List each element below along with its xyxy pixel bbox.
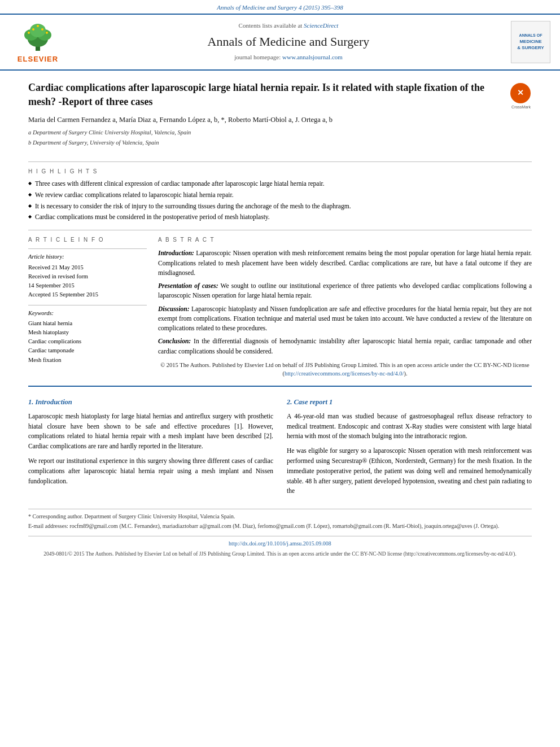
page-wrapper: Annals of Medicine and Surgery 4 (2015) … [0,0,560,747]
article-info: A R T I C L E I N F O Article history: R… [28,236,147,378]
main-content: Cardiac complications after laparoscopic… [0,71,560,569]
sciencedirect-link[interactable]: ScienceDirect [304,22,338,29]
doi-line[interactable]: http://dx.doi.org/10.1016/j.amsu.2015.09… [28,540,532,548]
authors-line: Maria del Carmen Fernandez a, María Diaz… [28,115,502,125]
journal-logo-box: ANNALS OF MEDICINE & SURGERY [511,21,550,63]
body-col-left: 1. Introduction Laparoscopic mesh hiatop… [28,395,273,501]
article-title: Cardiac complications after laparoscopic… [28,81,502,109]
received-date: Received 21 May 2015 [28,263,147,272]
body-col-right: 2. Case report 1 A 46-year-old man was s… [287,395,532,501]
section1-para2: We report our institutional experience i… [28,456,273,486]
abstract-text: Introduction: Laparoscopic Nissen operat… [158,248,532,356]
journal-center-info: Contents lists available at ScienceDirec… [75,21,502,62]
svg-point-7 [41,28,43,30]
abstract-section: A B S T R A C T Introduction: Laparoscop… [158,236,532,378]
history-title: Article history: [28,252,147,261]
keyword-3: Cardiac complications [28,337,147,346]
svg-point-6 [32,28,34,30]
keywords-title: Keywords: [28,309,147,317]
email-header: E-mail addresses: [28,523,68,529]
highlight-item-1: Three cases with different clinical expr… [28,179,532,189]
email-header-line: E-mail addresses: rocfm89@gmail.com (M.C… [28,522,532,531]
intro-label: Introduction: [158,250,194,256]
info-abstract-cols: A R T I C L E I N F O Article history: R… [28,236,532,378]
received-revised-label: Received in revised form [28,272,147,281]
article-info-label: A R T I C L E I N F O [28,236,147,244]
section2-para2: He was eligible for surgery so a laparos… [287,446,532,496]
issn-line: 2049-0801/© 2015 The Authors. Published … [28,551,532,558]
svg-point-8 [46,32,48,34]
copyright-end: ). [404,370,407,377]
abstract-presentation: Presentation of cases: We sought to outl… [158,281,532,301]
keyword-2: Mesh hiatoplasty [28,328,147,337]
keyword-4: Cardiac tamponade [28,346,147,355]
elsevier-tree-icon [15,19,60,53]
cc-license-link[interactable]: http://creativecommons.org/licenses/by-n… [285,370,404,377]
logo-top-text: ANNALS OF [519,33,542,38]
svg-point-5 [28,32,30,34]
discussion-label: Discussion: [158,305,190,312]
highlights-label: H I G H L I G H T S [28,168,532,176]
elsevier-brand: ELSEVIER [18,54,58,65]
section2-para1: A 46-year-old man was studied because of… [287,412,532,442]
abstract-discussion: Discussion: Laparoscopic hiatoplasty and… [158,304,532,334]
authors: Maria del Carmen Fernandez a, María Diaz… [28,116,333,124]
conclusion-text: In the differential diagnosis of hemodyn… [158,338,532,354]
journal-logo: ANNALS OF MEDICINE & SURGERY [508,21,553,63]
highlight-item-2: We review cardiac complications related … [28,190,532,200]
journal-header: ELSEVIER Contents lists available at Sci… [0,14,560,71]
accepted-date: Accepted 15 September 2015 [28,290,147,299]
section1-heading: 1. Introduction [28,397,273,408]
homepage-link[interactable]: www.annalsjournal.com [282,54,343,60]
journal-title: Annals of Medicine and Surgery [75,33,502,51]
revised-date: 14 September 2015 [28,281,147,290]
logo-bot-text: & SURGERY [517,45,544,51]
logo-mid-text: MEDICINE [519,38,541,45]
homepage-line: journal homepage: www.annalsjournal.com [75,53,502,62]
title-divider [28,161,532,162]
keyword-5: Mesh fixation [28,356,147,364]
affiliation-a: a Department of Surgery Clinic Universit… [28,128,502,137]
discussion-text: Laparoscopic hiatoplasty and Nissen fund… [158,305,532,332]
body-two-col: 1. Introduction Laparoscopic mesh hiatop… [28,395,532,501]
section1-para1: Laparoscopic mesh hiatoplasty for large … [28,412,273,452]
section2-heading: 2. Case report 1 [287,397,532,408]
corresponding-author: * Corresponding author. Department of Su… [28,513,532,521]
top-banner: Annals of Medicine and Surgery 4 (2015) … [0,0,560,14]
bottom-footer: http://dx.doi.org/10.1016/j.amsu.2015.09… [28,536,532,558]
emails: rocfm89@gmail.com (M.C. Fernandez), mari… [69,523,499,529]
abstract-intro: Introduction: Laparoscopic Nissen operat… [158,248,532,278]
abstract-conclusion: Conclusion: In the differential diagnosi… [158,337,532,356]
crossmark-icon: ✕ [510,83,531,103]
abstract-label: A B S T R A C T [158,236,532,244]
abstract-copyright: © 2015 The Authors. Published by Elsevie… [158,361,532,378]
homepage-text: journal homepage: [234,54,281,60]
highlights-divider [28,230,532,230]
conclusion-label: Conclusion: [158,338,191,344]
article-title-section: Cardiac complications after laparoscopic… [28,81,532,155]
keyword-1: Giant hiatal hernia [28,319,147,327]
highlight-item-3: It is necessary to consider the risk of … [28,202,532,211]
presentation-label: Presentation of cases: [158,282,218,289]
contents-text: Contents lists available at [239,22,303,29]
keywords-section: Keywords: Giant hiatal hernia Mesh hiato… [28,305,147,364]
crossmark-label: CrossMark [510,104,532,110]
crossmark-badge[interactable]: ✕ CrossMark [510,83,532,104]
highlight-item-4: Cardiac complications must be considered… [28,212,532,222]
highlights-section: H I G H L I G H T S Three cases with dif… [28,168,532,222]
footnotes: * Corresponding author. Department of Su… [28,509,532,530]
intro-text: Laparoscopic Nissen operation with mesh … [158,250,532,276]
svg-point-9 [37,25,39,27]
journal-citation: Annals of Medicine and Surgery 4 (2015) … [217,4,343,11]
sciencedirect-line: Contents lists available at ScienceDirec… [75,21,502,30]
article-history: Article history: Received 21 May 2015 Re… [28,248,147,299]
affiliations: a Department of Surgery Clinic Universit… [28,128,502,146]
elsevier-logo: ELSEVIER [7,19,69,65]
article-title-text: Cardiac complications after laparoscopic… [28,81,502,155]
affiliation-b: b Department of Surgery, University of V… [28,138,502,147]
abstract-divider [28,386,532,387]
